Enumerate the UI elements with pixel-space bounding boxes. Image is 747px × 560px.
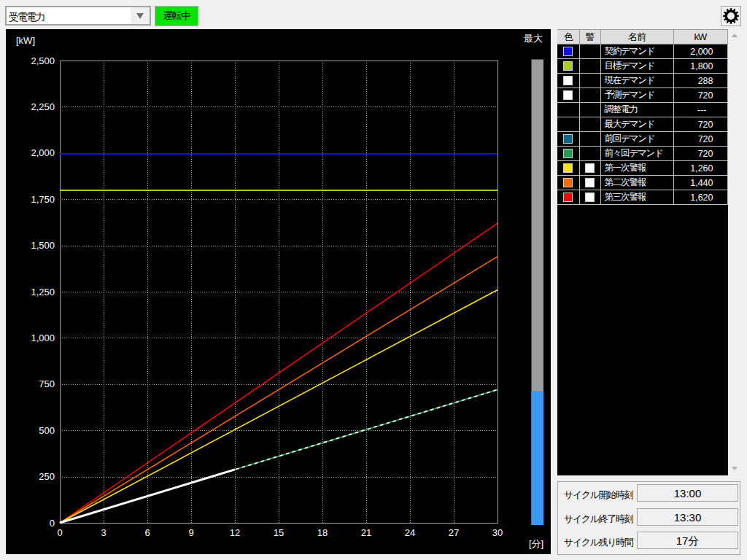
svg-text:2,250: 2,250 xyxy=(31,101,55,112)
svg-text:[分]: [分] xyxy=(529,538,543,549)
svg-text:1,250: 1,250 xyxy=(31,287,55,298)
svg-text:0: 0 xyxy=(50,518,55,529)
svg-text:[kW]: [kW] xyxy=(16,35,35,46)
svg-text:21: 21 xyxy=(361,527,371,538)
svg-text:0: 0 xyxy=(57,527,62,538)
svg-text:6: 6 xyxy=(144,527,150,538)
svg-text:12: 12 xyxy=(230,527,240,538)
svg-text:24: 24 xyxy=(405,527,415,538)
svg-text:最大: 最大 xyxy=(524,33,543,44)
svg-text:15: 15 xyxy=(274,527,284,538)
svg-text:30: 30 xyxy=(492,527,503,538)
svg-text:2,500: 2,500 xyxy=(31,55,55,66)
svg-text:1,000: 1,000 xyxy=(31,332,55,343)
svg-text:9: 9 xyxy=(188,527,193,538)
svg-text:27: 27 xyxy=(449,527,459,538)
svg-text:18: 18 xyxy=(317,527,328,538)
svg-text:1,500: 1,500 xyxy=(31,240,55,251)
svg-text:3: 3 xyxy=(101,527,106,538)
svg-text:750: 750 xyxy=(39,378,55,389)
svg-text:1,750: 1,750 xyxy=(31,194,55,205)
svg-text:2,000: 2,000 xyxy=(31,147,55,158)
svg-text:250: 250 xyxy=(39,471,55,482)
svg-text:500: 500 xyxy=(39,425,55,436)
